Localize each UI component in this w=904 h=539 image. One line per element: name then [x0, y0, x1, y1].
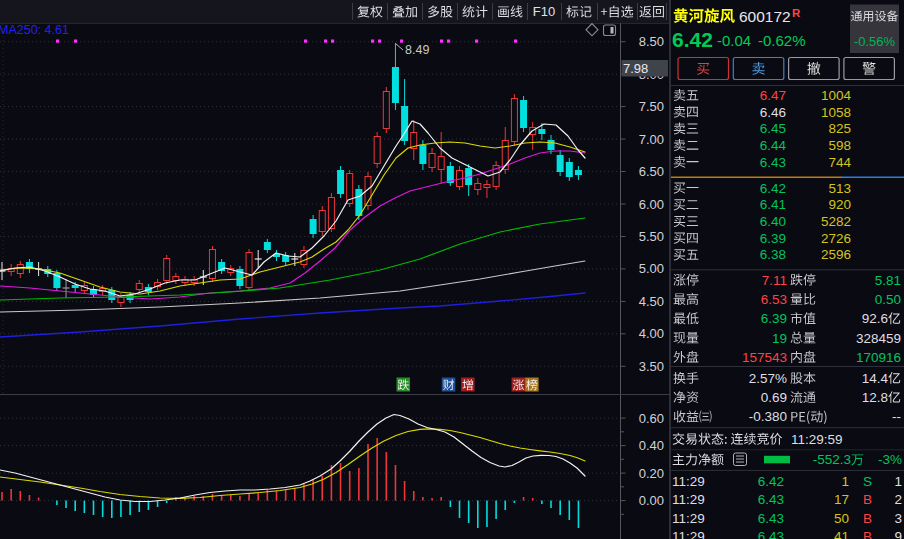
- svg-text:0.40: 0.40: [639, 438, 664, 453]
- svg-text:6.43: 6.43: [758, 492, 784, 507]
- svg-text:-3%: -3%: [878, 452, 902, 467]
- svg-text:6.40: 6.40: [760, 214, 786, 229]
- svg-text:0.69: 0.69: [761, 390, 787, 405]
- svg-text:--: --: [892, 409, 901, 424]
- svg-text:11:29: 11:29: [672, 492, 705, 507]
- svg-text:1: 1: [841, 474, 849, 489]
- svg-text:8.49: 8.49: [405, 43, 429, 57]
- svg-text:5282: 5282: [821, 214, 851, 229]
- svg-text:MA250: 4.61: MA250: 4.61: [0, 23, 69, 37]
- svg-text:5.81: 5.81: [875, 273, 901, 288]
- svg-text:-552.3: -552.3: [813, 452, 851, 467]
- svg-text:F10: F10: [533, 4, 555, 19]
- svg-text:1: 1: [894, 474, 902, 489]
- svg-text:19: 19: [772, 331, 787, 346]
- svg-text:9: 9: [894, 529, 902, 539]
- svg-text:1058: 1058: [821, 105, 851, 120]
- svg-text:6.43: 6.43: [758, 529, 784, 539]
- svg-text:920: 920: [828, 197, 851, 212]
- svg-text:0.20: 0.20: [639, 466, 664, 481]
- svg-text:6.43: 6.43: [760, 155, 786, 170]
- svg-text:7.50: 7.50: [639, 99, 664, 114]
- svg-text:6.47: 6.47: [760, 88, 786, 103]
- svg-text:328459: 328459: [856, 331, 901, 346]
- svg-text:2: 2: [894, 492, 902, 507]
- svg-text:513: 513: [828, 181, 851, 196]
- svg-text:8.50: 8.50: [639, 34, 664, 49]
- svg-text:0.00: 0.00: [639, 493, 664, 508]
- svg-text:-0.380: -0.380: [749, 409, 787, 424]
- svg-text:2.57%: 2.57%: [749, 371, 787, 386]
- svg-text:2596: 2596: [821, 247, 851, 262]
- svg-text:6.45: 6.45: [760, 121, 786, 136]
- svg-text:6.43: 6.43: [758, 511, 784, 526]
- svg-text:3: 3: [894, 511, 902, 526]
- svg-text:7.11: 7.11: [762, 273, 787, 288]
- svg-text:4.00: 4.00: [639, 326, 664, 341]
- svg-text:B: B: [863, 511, 872, 526]
- svg-text:170916: 170916: [856, 350, 901, 365]
- svg-text:2726: 2726: [821, 231, 851, 246]
- svg-text:11:29: 11:29: [672, 511, 705, 526]
- svg-text:6.42: 6.42: [758, 474, 784, 489]
- svg-text:6.50: 6.50: [639, 164, 664, 179]
- svg-text:6.39: 6.39: [760, 231, 786, 246]
- svg-text:744: 744: [828, 155, 851, 170]
- svg-text:B: B: [863, 492, 872, 507]
- svg-text:50: 50: [834, 511, 849, 526]
- svg-text:6.42: 6.42: [760, 181, 786, 196]
- svg-text:157543: 157543: [742, 350, 787, 365]
- svg-text:5.00: 5.00: [639, 261, 664, 276]
- svg-text:S: S: [863, 474, 872, 489]
- svg-text:B: B: [863, 529, 872, 539]
- svg-text:11:29: 11:29: [672, 529, 705, 539]
- svg-text:6.46: 6.46: [760, 105, 786, 120]
- svg-text:14.4: 14.4: [862, 371, 889, 386]
- svg-text:11:29:59: 11:29:59: [791, 432, 843, 447]
- svg-text:6.38: 6.38: [760, 247, 786, 262]
- svg-text:17: 17: [834, 492, 849, 507]
- svg-text:7.00: 7.00: [639, 132, 664, 147]
- svg-text:-0.04: -0.04: [717, 32, 751, 49]
- svg-text:4.50: 4.50: [639, 294, 664, 309]
- svg-text:3.50: 3.50: [639, 359, 664, 374]
- svg-text:6.00: 6.00: [639, 197, 664, 212]
- svg-text:11:29: 11:29: [672, 474, 705, 489]
- svg-text:12.8: 12.8: [862, 390, 888, 405]
- svg-text:6.39: 6.39: [761, 311, 787, 326]
- svg-text:41: 41: [834, 529, 849, 539]
- svg-text:0.50: 0.50: [875, 292, 901, 307]
- svg-text:0.60: 0.60: [639, 411, 664, 426]
- svg-text:825: 825: [828, 121, 851, 136]
- svg-text:6.53: 6.53: [761, 292, 787, 307]
- svg-text:598: 598: [828, 138, 851, 153]
- svg-text:7.98: 7.98: [623, 61, 648, 76]
- svg-text:6.42: 6.42: [672, 28, 713, 51]
- svg-text:600172: 600172: [739, 8, 791, 25]
- svg-text:-0.56%: -0.56%: [854, 34, 896, 49]
- svg-text:6.44: 6.44: [760, 138, 787, 153]
- svg-text:6.41: 6.41: [760, 197, 786, 212]
- svg-text:1004: 1004: [821, 88, 852, 103]
- svg-text:92.6: 92.6: [862, 311, 888, 326]
- svg-text:R: R: [792, 7, 801, 19]
- svg-text:5.50: 5.50: [639, 229, 664, 244]
- svg-text:-0.62%: -0.62%: [758, 32, 806, 49]
